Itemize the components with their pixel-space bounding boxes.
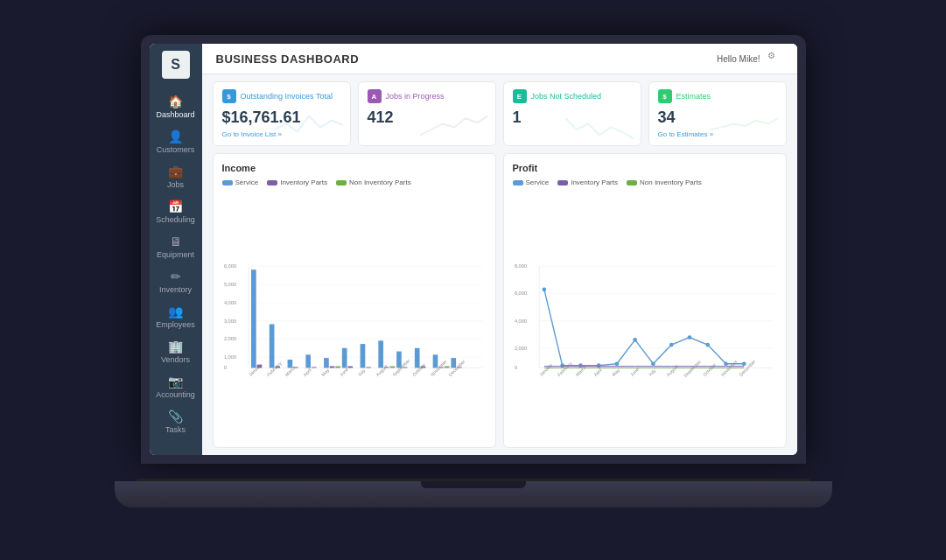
sidebar-item-inventory[interactable]: ✏ Inventory xyxy=(150,264,202,299)
profit-chart-area: 8,000 6,000 4,000 2,000 0 xyxy=(513,193,777,438)
sidebar-item-tasks[interactable]: 📎 Tasks xyxy=(150,404,202,439)
svg-text:March: March xyxy=(284,365,297,378)
sidebar-item-dashboard[interactable]: 🏠 Dashboard xyxy=(150,89,202,124)
vendors-icon: 🏢 xyxy=(168,340,183,354)
sidebar-item-scheduling[interactable]: 📅 Scheduling xyxy=(150,194,202,229)
sidebar-item-label: Jobs xyxy=(167,180,184,189)
svg-text:6,000: 6,000 xyxy=(223,263,235,269)
stat-card-invoices: $ Outstanding Invoices Total $16,761.61 … xyxy=(213,81,351,146)
stat-badge-jobs: A xyxy=(368,89,382,103)
svg-rect-22 xyxy=(311,368,316,368)
svg-text:4,000: 4,000 xyxy=(514,318,526,324)
greeting-text: Hello Mike! xyxy=(717,54,760,64)
sidebar-item-label: Customers xyxy=(157,145,195,154)
svg-text:August: August xyxy=(665,363,679,377)
jobs-icon: 💼 xyxy=(168,164,183,178)
income-legend-inventory: Inventory Parts xyxy=(267,178,327,186)
sidebar-item-customers[interactable]: 👤 Customers xyxy=(150,124,202,159)
header: BUSINESS DASHBOARD Hello Mike! ⚙ xyxy=(202,44,797,74)
svg-text:0: 0 xyxy=(223,365,226,370)
svg-point-70 xyxy=(633,338,637,342)
svg-rect-28 xyxy=(360,344,365,368)
svg-rect-30 xyxy=(378,340,383,368)
income-chart-svg: 6,000 5,000 4,000 3,000 2,000 1,000 0 xyxy=(222,193,487,438)
sidebar-item-label: Vendors xyxy=(161,355,190,364)
svg-text:6,000: 6,000 xyxy=(514,290,526,296)
profit-legend-inventory: Inventory Parts xyxy=(557,178,618,186)
sidebar-item-jobs[interactable]: 💼 Jobs xyxy=(150,159,202,194)
scheduling-icon: 📅 xyxy=(168,200,183,214)
sidebar-item-label: Dashboard xyxy=(156,110,194,119)
svg-text:October: October xyxy=(701,362,716,377)
stat-card-estimates: $ Estimates 34 Go to Estimates » xyxy=(648,81,787,146)
legend-dot-service-profit xyxy=(513,180,523,186)
svg-point-74 xyxy=(705,343,710,347)
stat-card-title-estimates: Estimates xyxy=(676,92,711,101)
laptop-base xyxy=(115,481,832,508)
sidebar-item-employees[interactable]: 👥 Employees xyxy=(150,299,202,334)
svg-text:0: 0 xyxy=(514,365,516,370)
stat-card-title-scheduled: Jobs Not Scheduled xyxy=(531,92,602,101)
svg-text:May: May xyxy=(611,368,620,377)
legend-dot-service xyxy=(222,180,233,186)
equipment-icon: 🖥 xyxy=(170,234,182,248)
tasks-icon: 📎 xyxy=(168,410,183,424)
stat-card-header: $ Outstanding Invoices Total xyxy=(222,89,341,103)
legend-dot-non-inventory xyxy=(336,180,347,186)
income-legend-service: Service xyxy=(222,178,259,186)
stat-badge-estimates: $ xyxy=(658,89,672,103)
sparkline-invoices xyxy=(275,107,343,141)
svg-rect-15 xyxy=(251,270,256,368)
svg-point-72 xyxy=(669,343,673,347)
profit-chart-title: Profit xyxy=(513,163,777,173)
stat-card-header: A Jobs in Progress xyxy=(368,89,487,103)
legend-dot-non-inventory-profit xyxy=(627,180,637,186)
legend-dot-inventory xyxy=(267,180,277,186)
profit-legend-non-inventory: Non Inventory Parts xyxy=(627,178,702,186)
svg-rect-39 xyxy=(444,367,449,368)
page-title: BUSINESS DASHBOARD xyxy=(216,52,360,66)
svg-rect-26 xyxy=(341,348,347,368)
legend-dot-inventory-profit xyxy=(557,180,568,186)
svg-text:1,000: 1,000 xyxy=(223,354,235,360)
svg-rect-21 xyxy=(305,354,311,368)
svg-rect-17 xyxy=(269,324,274,368)
sidebar-item-label: Employees xyxy=(156,320,195,329)
svg-point-71 xyxy=(651,361,655,366)
svg-text:July: July xyxy=(647,368,656,377)
svg-rect-29 xyxy=(366,368,371,368)
stat-card-header: E Jobs Not Scheduled xyxy=(513,89,632,103)
svg-text:3,000: 3,000 xyxy=(223,318,235,324)
svg-text:May: May xyxy=(320,368,330,377)
svg-rect-32 xyxy=(389,367,395,368)
stat-card-not-scheduled: E Jobs Not Scheduled 1 xyxy=(503,81,641,146)
sidebar-item-label: Scheduling xyxy=(156,215,195,224)
income-chart-title: Income xyxy=(222,163,487,173)
stat-card-title-jobs: Jobs in Progress xyxy=(386,92,445,101)
svg-point-69 xyxy=(614,361,619,366)
sidebar-item-label: Inventory xyxy=(159,285,192,294)
stat-card-title-invoices: Outstanding Invoices Total xyxy=(241,92,333,101)
stat-card-header: $ Estimates xyxy=(658,89,777,103)
svg-text:January: January xyxy=(537,362,553,378)
sidebar-item-label: Tasks xyxy=(165,425,186,434)
sidebar-item-equipment[interactable]: 🖥 Equipment xyxy=(150,229,202,264)
svg-rect-23 xyxy=(324,358,329,368)
settings-icon[interactable]: ⚙ xyxy=(767,51,783,66)
svg-text:5,000: 5,000 xyxy=(223,282,235,287)
profit-chart-legend: Service Inventory Parts Non Inventory Pa… xyxy=(513,178,777,186)
svg-point-73 xyxy=(687,335,691,340)
svg-text:July: July xyxy=(356,368,366,377)
stat-badge-scheduled: E xyxy=(513,89,527,103)
customers-icon: 👤 xyxy=(168,130,183,144)
svg-text:2,000: 2,000 xyxy=(223,336,235,341)
sidebar-item-vendors[interactable]: 🏢 Vendors xyxy=(150,334,202,369)
sidebar-item-accounting[interactable]: 📷 Accounting xyxy=(150,369,202,404)
sidebar: S 🏠 Dashboard 👤 Customers 💼 Jobs 📅 Sched… xyxy=(150,44,202,455)
svg-text:4,000: 4,000 xyxy=(223,300,235,305)
profit-chart-panel: Profit Service Inventory Parts xyxy=(503,153,787,448)
sparkline-scheduled xyxy=(565,107,634,141)
header-right: Hello Mike! ⚙ xyxy=(717,51,782,66)
svg-rect-24 xyxy=(329,367,334,368)
main-content: BUSINESS DASHBOARD Hello Mike! ⚙ $ Outst… xyxy=(202,44,797,455)
